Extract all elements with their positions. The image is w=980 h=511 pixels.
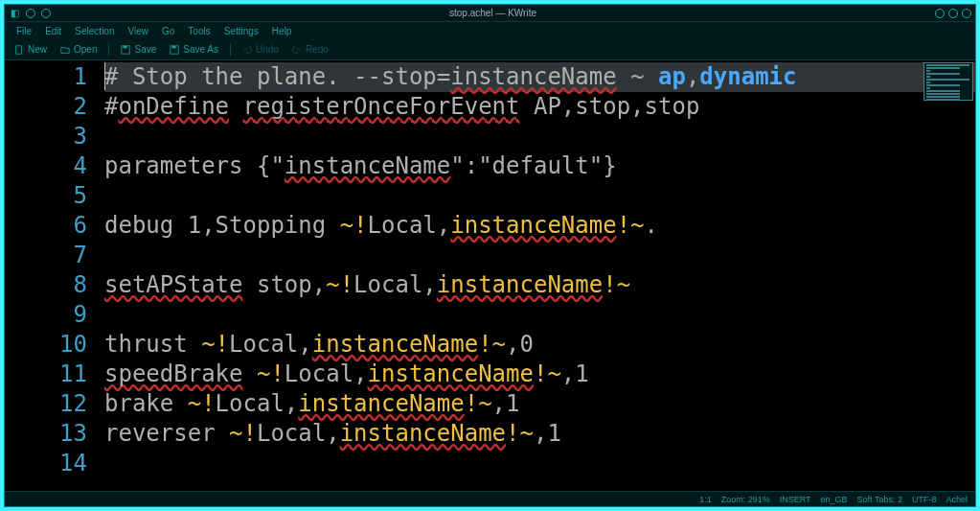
redo-icon — [292, 45, 302, 55]
menu-help[interactable]: Help — [266, 24, 298, 38]
code-token: dynamic — [699, 63, 796, 90]
undo-icon — [242, 45, 252, 55]
menu-tools[interactable]: Tools — [182, 24, 216, 38]
status-tabs[interactable]: Soft Tabs: 2 — [857, 495, 902, 504]
save-as-button[interactable]: Save As — [164, 42, 224, 57]
status-encoding[interactable]: UTF-8 — [912, 495, 937, 504]
menu-go[interactable]: Go — [156, 24, 180, 38]
toolbar: New Open Save Save As Undo Redo — [5, 39, 975, 60]
editor[interactable]: 1234567891011121314 # Stop the plane. --… — [5, 60, 975, 491]
code-token: ,1 — [492, 390, 520, 417]
line-number: 5 — [5, 181, 87, 211]
code-area[interactable]: # Stop the plane. --stop=instanceName ~ … — [101, 60, 975, 491]
minimap[interactable] — [923, 62, 973, 101]
code-token: Local, — [216, 390, 299, 417]
app-window: ◧ stop.achel — KWrite File Edit Selectio… — [4, 4, 976, 507]
undo-button[interactable]: Undo — [237, 42, 285, 57]
code-token: instanceName — [368, 360, 534, 387]
maximize-icon[interactable] — [948, 9, 958, 18]
line-number: 4 — [5, 151, 87, 181]
ontop-icon[interactable] — [41, 9, 51, 18]
code-token: setAPState — [104, 271, 243, 298]
code-line[interactable]: thrust ~!Local,instanceName!~,0 — [104, 330, 975, 360]
new-button[interactable]: New — [9, 42, 53, 57]
code-token: instanceName — [298, 390, 464, 417]
code-token: instanceName — [340, 420, 506, 447]
line-number: 14 — [5, 449, 87, 478]
code-token: !~ — [603, 271, 630, 298]
code-token: instanceName — [450, 212, 616, 239]
titlebar: ◧ stop.achel — KWrite — [5, 5, 975, 22]
code-token: instanceName — [312, 331, 478, 358]
line-number: 2 — [5, 92, 87, 122]
code-token: Local, — [368, 212, 451, 239]
code-line[interactable]: brake ~!Local,instanceName!~,1 — [104, 389, 975, 419]
code-token: !~ — [617, 212, 645, 239]
code-token — [229, 93, 242, 120]
code-line[interactable] — [104, 449, 975, 478]
close-icon[interactable] — [962, 9, 971, 18]
code-token: Local, — [353, 271, 437, 298]
status-zoom[interactable]: Zoom: 291% — [721, 495, 770, 504]
status-mode[interactable]: INSERT — [780, 495, 811, 504]
redo-label: Redo — [306, 44, 329, 55]
line-number: 9 — [5, 300, 87, 330]
code-token: speedBrake — [104, 360, 243, 387]
open-button[interactable]: Open — [55, 42, 103, 57]
line-number: 1 — [5, 62, 87, 92]
code-token: ~! — [340, 212, 368, 239]
new-label: New — [28, 44, 47, 55]
code-token: onDefine — [118, 93, 229, 120]
code-line[interactable]: # Stop the plane. --stop=instanceName ~ … — [104, 62, 975, 92]
code-token: ap — [658, 63, 686, 90]
code-line[interactable]: setAPState stop,~!Local,instanceName!~ — [104, 270, 975, 300]
line-number: 6 — [5, 211, 87, 241]
code-token: !~ — [534, 360, 561, 387]
line-number: 8 — [5, 270, 87, 300]
code-token: instanceName — [437, 271, 603, 298]
code-token: !~ — [478, 331, 506, 358]
app-menu-icon[interactable]: ◧ — [9, 8, 20, 19]
status-cursor[interactable]: 1:1 — [699, 495, 712, 504]
code-token: ~! — [201, 331, 229, 358]
redo-button[interactable]: Redo — [286, 42, 334, 57]
code-line[interactable]: debug 1,Stopping ~!Local,instanceName!~. — [104, 211, 975, 241]
menu-view[interactable]: View — [123, 24, 155, 38]
code-token: !~ — [506, 420, 534, 447]
save-label: Save — [134, 44, 156, 55]
svg-rect-2 — [124, 45, 127, 48]
save-as-label: Save As — [183, 44, 218, 55]
svg-rect-4 — [172, 45, 176, 48]
code-line[interactable] — [104, 241, 975, 270]
line-number: 10 — [5, 330, 87, 360]
code-token: thrust — [104, 331, 201, 358]
code-line[interactable]: reverser ~!Local,instanceName!~,1 — [104, 419, 975, 449]
code-token: AP,stop,stop — [519, 93, 699, 120]
save-as-icon — [170, 45, 179, 55]
menu-selection[interactable]: Selection — [69, 24, 120, 38]
minimize-icon[interactable] — [935, 9, 945, 18]
open-label: Open — [74, 44, 97, 55]
code-token: , — [686, 63, 699, 90]
line-number: 3 — [5, 122, 87, 151]
open-folder-icon — [60, 45, 70, 55]
menu-edit[interactable]: Edit — [39, 24, 67, 38]
statusbar: 1:1 Zoom: 291% INSERT en_GB Soft Tabs: 2… — [5, 491, 975, 506]
code-line[interactable] — [104, 300, 975, 330]
code-line[interactable] — [104, 122, 975, 151]
code-line[interactable]: #onDefine registerOnceForEvent AP,stop,s… — [104, 92, 975, 122]
save-button[interactable]: Save — [115, 42, 162, 57]
svg-rect-0 — [16, 45, 22, 53]
menu-file[interactable]: File — [11, 24, 37, 38]
menu-settings[interactable]: Settings — [218, 24, 264, 38]
code-line[interactable] — [104, 181, 975, 211]
code-line[interactable]: speedBrake ~!Local,instanceName!~,1 — [104, 360, 975, 389]
code-token: instanceName — [285, 152, 450, 179]
status-locale[interactable]: en_GB — [821, 495, 848, 504]
code-token: ":"default"} — [450, 152, 616, 179]
undo-label: Undo — [256, 44, 279, 55]
pin-icon[interactable] — [26, 9, 35, 18]
status-syntax[interactable]: Achel — [946, 495, 968, 504]
code-token: # — [104, 93, 118, 120]
code-line[interactable]: parameters {"instanceName":"default"} — [104, 151, 975, 181]
